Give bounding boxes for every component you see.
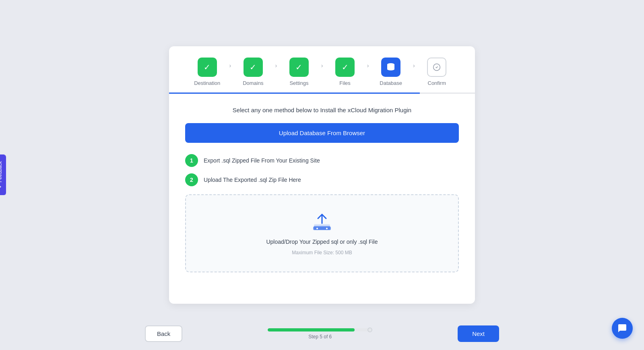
svg-rect-4 [313,226,331,230]
progress-label: Step 5 of 6 [308,334,332,340]
step-database: Database [369,58,413,86]
progress-end-dot [367,327,372,332]
step-badge-2: 2 [185,173,198,186]
stepper: ✓ Destination › ✓ Domains › ✓ Settings ›… [169,46,475,86]
chat-button[interactable] [612,318,633,339]
step-files-label: Files [339,80,350,86]
feedback-label: Feedback [0,161,3,183]
upload-browser-button[interactable]: Upload Database From Browser [185,123,459,143]
method-step-2: 2 Upload The Exported .sql Zip File Here [185,173,459,186]
method-steps: 1 Export .sql Zipped File From Your Exis… [185,154,459,186]
drop-zone[interactable]: Upload/Drop Your Zipped sql or only .sql… [185,194,459,272]
step-destination: ✓ Destination [185,58,229,86]
instruction-text: Select any one method below to Install t… [185,107,459,113]
step-badge-1: 1 [185,154,198,167]
upload-icon [312,211,332,234]
main-card: ✓ Destination › ✓ Domains › ✓ Settings ›… [169,46,475,304]
drop-zone-subtext: Maximum File Size: 500 MB [292,250,352,255]
step-domains-check: ✓ [250,62,256,72]
step-database-label: Database [380,80,402,86]
step-domains-circle: ✓ [244,58,263,77]
back-button[interactable]: Back [145,325,182,342]
step-settings-label: Settings [289,80,308,86]
step-domains-label: Domains [243,80,263,86]
card-content: Select any one method below to Install t… [169,94,475,285]
step-files: ✓ Files [323,58,367,86]
bottom-bar: Back Step 5 of 6 Next [0,317,644,350]
method-step-1-text: Export .sql Zipped File From Your Existi… [204,157,320,164]
next-button[interactable]: Next [458,325,499,342]
step-destination-label: Destination [194,80,220,86]
confirm-circle-icon [433,63,441,71]
step-settings-circle: ✓ [289,58,309,77]
svg-point-5 [316,228,318,229]
step-domains: ✓ Domains [231,58,275,86]
method-step-2-text: Upload The Exported .sql Zip File Here [204,177,301,183]
feedback-star-icon: ✦ [0,185,3,189]
progress-section: Step 5 of 6 [268,328,372,340]
step-files-check: ✓ [342,62,349,72]
step-confirm-label: Confirm [428,80,446,86]
step-files-circle: ✓ [335,58,355,77]
feedback-tab[interactable]: ✦ Feedback [0,155,6,196]
step-confirm-circle [427,58,446,77]
step-settings: ✓ Settings [277,58,321,86]
method-step-1: 1 Export .sql Zipped File From Your Exis… [185,154,459,167]
drop-zone-text: Upload/Drop Your Zipped sql or only .sql… [266,239,378,245]
step-database-circle [381,58,400,77]
step-settings-check: ✓ [295,62,302,72]
svg-point-6 [326,228,328,229]
progress-fill [268,328,355,331]
chat-icon [617,323,627,333]
step-destination-check: ✓ [204,62,211,72]
progress-track [268,328,372,331]
step-destination-circle: ✓ [198,58,217,77]
step-confirm: Confirm [415,58,459,86]
database-icon [386,62,396,72]
